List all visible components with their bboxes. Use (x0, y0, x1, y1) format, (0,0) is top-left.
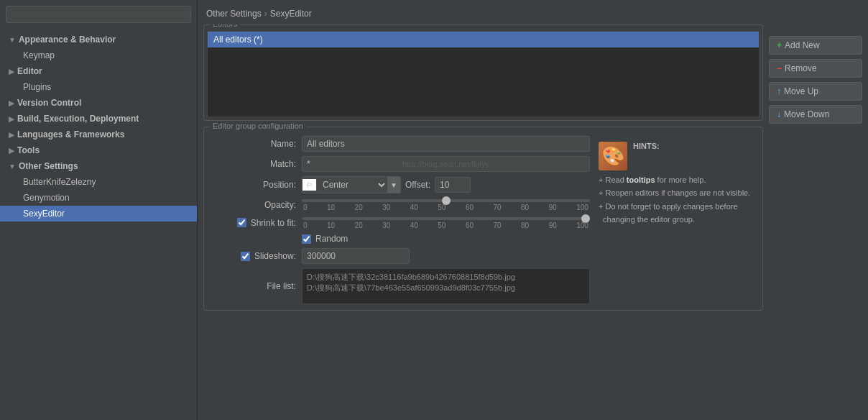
breadcrumb-part1: Other Settings (206, 9, 262, 19)
random-checkbox-label[interactable]: Random (302, 234, 590, 244)
slider-label: 0 (303, 222, 308, 229)
sidebar-label-appearance-behavior: Appearance & Behavior (19, 35, 116, 45)
name-input[interactable] (302, 136, 590, 152)
sidebar-item-keymap[interactable]: Keymap (0, 47, 197, 63)
remove-label: Remove (785, 63, 817, 73)
sidebar-item-tools[interactable]: ▶ Tools (0, 142, 197, 158)
slider-label: 100 (576, 204, 588, 211)
config-grid: Name: Match: http://blog.esdn.net/lkjfyy… (210, 136, 590, 304)
add-new-button[interactable]: + Add New (769, 36, 862, 55)
opacity-slider-labels: 0102030405060708090100 (302, 204, 590, 211)
opacity-label: Opacity: (210, 200, 296, 210)
slider-label: 80 (521, 204, 529, 211)
slideshow-checkbox-label[interactable]: Slideshow: (210, 251, 296, 261)
hint-line-4: changing the editor group. (599, 214, 757, 225)
hints-title-block: HINTS: (633, 142, 660, 153)
slider-label: 40 (410, 204, 418, 211)
opacity-slider-container: 0102030405060708090100 (302, 198, 590, 211)
editors-panel: Editors All editors (*) (203, 24, 763, 121)
search-input[interactable] (6, 6, 191, 23)
move-up-label: Move Up (784, 86, 818, 96)
hints-header: 🎨 HINTS: (599, 142, 757, 170)
file-list-item: D:\搜狗高速下载\32c38116fa9b689b4267608815f8d5… (307, 272, 585, 283)
sidebar-item-butterknife[interactable]: ButterKnifeZelezny (0, 174, 197, 190)
shrink-label-cell: Shrink to fit: (210, 218, 296, 228)
slider-label: 30 (382, 204, 390, 211)
dropdown-arrow-icon[interactable]: ▼ (387, 177, 400, 193)
sidebar-item-appearance-behavior[interactable]: ▼ Appearance & Behavior (0, 32, 197, 47)
opacity-slider[interactable] (302, 199, 590, 202)
sidebar-label-build-execution-deployment: Build, Execution, Deployment (17, 114, 139, 124)
slider-label: 60 (466, 222, 474, 229)
config-panel: Editor group configuration Name: Match: … (203, 127, 763, 311)
position-label: Position: (210, 180, 296, 190)
offset-input[interactable] (435, 177, 471, 193)
config-left: Name: Match: http://blog.esdn.net/lkjfyy… (210, 136, 590, 304)
move-up-button[interactable]: ↑ Move Up (769, 82, 862, 101)
hints-title: HINTS: (633, 142, 660, 150)
hint-line-2: + Reopen editors if changes are not visi… (599, 188, 757, 198)
slider-label: 50 (438, 204, 445, 211)
slider-label: 70 (493, 204, 501, 211)
slider-label: 90 (549, 222, 557, 229)
offset-label: Offset: (405, 180, 430, 190)
sidebar-item-other-settings[interactable]: ▼ Other Settings (0, 158, 197, 174)
hint-line-3: + Do not forget to apply changes before (599, 201, 757, 212)
slider-label: 50 (438, 222, 445, 229)
shrink-checkbox-label[interactable]: Shrink to fit: (210, 218, 296, 228)
slideshow-checkbox[interactable] (241, 252, 250, 261)
move-down-label: Move Down (784, 109, 829, 119)
position-select-wrap[interactable]: 🏳 Center Top Left Top Right Bottom Left … (302, 176, 401, 193)
name-label: Name: (210, 139, 296, 149)
sidebar-label-sexyeditor: SexyEditor (23, 209, 65, 219)
random-checkbox[interactable] (302, 234, 311, 244)
main-content: Other Settings › SexyEditor Editors All … (198, 0, 868, 420)
file-list-area: D:\搜狗高速下载\32c38116fa9b689b4267608815f8d5… (302, 268, 590, 304)
slider-label: 30 (382, 222, 390, 229)
sidebar-label-keymap: Keymap (23, 50, 55, 60)
slider-label: 90 (549, 204, 557, 211)
shrink-slider[interactable] (302, 217, 590, 220)
position-select[interactable]: Center Top Left Top Right Bottom Left Bo… (317, 177, 387, 193)
minus-icon: − (777, 63, 782, 73)
position-row: 🏳 Center Top Left Top Right Bottom Left … (302, 176, 590, 193)
config-legend: Editor group configuration (210, 122, 306, 130)
avatar: 🎨 (599, 142, 627, 170)
config-main-content: Name: Match: http://blog.esdn.net/lkjfyy… (210, 136, 757, 304)
slideshow-label: Slideshow: (254, 251, 296, 261)
hints-panel: 🎨 HINTS: + Read tooltips for more help. … (599, 136, 757, 304)
move-down-button[interactable]: ↓ Move Down (769, 105, 862, 124)
remove-button[interactable]: − Remove (769, 59, 862, 78)
sidebar-label-other-settings: Other Settings (19, 161, 78, 171)
match-container: http://blog.esdn.net/lkjfyy (302, 156, 590, 172)
buttons-panel: + Add New − Remove ↑ Move Up ↓ Move Down (769, 24, 862, 420)
slideshow-input[interactable] (302, 248, 410, 264)
sidebar-item-editor[interactable]: ▶ Editor (0, 63, 197, 79)
slider-label: 10 (327, 222, 335, 229)
editor-list-item[interactable]: All editors (*) (208, 32, 759, 47)
slider-label: 80 (521, 222, 529, 229)
sidebar-nav: ▼ Appearance & BehaviorKeymap▶ EditorPlu… (0, 29, 197, 420)
slider-label: 70 (493, 222, 501, 229)
panels-area: Editors All editors (*) Editor group con… (203, 24, 763, 420)
sidebar-item-sexyeditor[interactable]: SexyEditor (0, 206, 197, 222)
random-label: Random (315, 234, 348, 244)
slider-label: 10 (327, 204, 335, 211)
editors-list: All editors (*) (207, 31, 760, 117)
sidebar-label-editor: Editor (17, 66, 42, 76)
sidebar-label-butterknife: ButterKnifeZelezny (23, 177, 96, 187)
shrink-checkbox[interactable] (237, 218, 246, 227)
breadcrumb: Other Settings › SexyEditor (198, 6, 868, 24)
slider-label: 20 (355, 222, 363, 229)
sidebar-item-build-execution-deployment[interactable]: ▶ Build, Execution, Deployment (0, 111, 197, 127)
match-input[interactable] (302, 156, 590, 172)
slider-label: 20 (355, 204, 363, 211)
breadcrumb-part2: SexyEditor (270, 9, 312, 19)
sidebar-item-plugins[interactable]: Plugins (0, 79, 197, 95)
sidebar-item-version-control[interactable]: ▶ Version Control (0, 95, 197, 111)
up-arrow-icon: ↑ (777, 86, 781, 96)
shrink-slider-labels: 0102030405060708090100 (302, 222, 590, 229)
editors-legend: Editors (210, 24, 240, 28)
sidebar-item-languages-frameworks[interactable]: ▶ Languages & Frameworks (0, 127, 197, 142)
sidebar-item-genymotion[interactable]: Genymotion (0, 190, 197, 206)
